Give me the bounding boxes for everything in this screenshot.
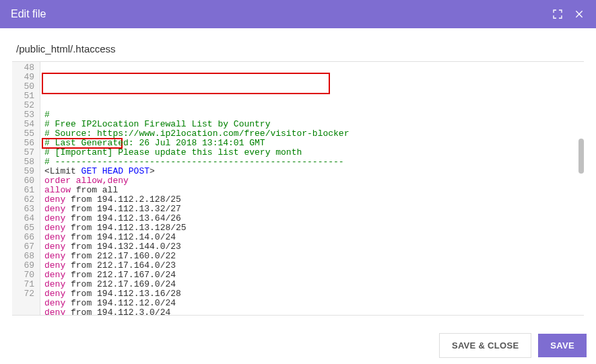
line-number: 48 <box>12 63 34 73</box>
code-line[interactable]: <Limit GET HEAD POST> <box>44 167 580 176</box>
code-line[interactable]: deny from 194.112.14.0/24 <box>44 233 580 242</box>
expand-icon[interactable] <box>552 8 564 20</box>
code-line[interactable]: # Free IP2Location Firewall List by Coun… <box>44 120 580 129</box>
modal-header: Edit file <box>0 0 596 28</box>
line-number: 59 <box>12 167 34 176</box>
code-line[interactable]: deny from 194.112.13.128/25 <box>44 223 580 233</box>
code-line[interactable] <box>44 101 580 110</box>
code-line[interactable]: # --------------------------------------… <box>44 157 580 167</box>
code-line[interactable]: deny from 194.112.13.16/28 <box>44 289 580 299</box>
code-line[interactable]: deny from 194.132.144.0/23 <box>44 242 580 252</box>
line-number: 71 <box>12 280 34 289</box>
code-line[interactable]: # Source: https://www.ip2location.com/fr… <box>44 129 580 139</box>
code-line[interactable]: # <box>44 110 580 120</box>
line-number: 69 <box>12 261 34 270</box>
line-number: 50 <box>12 82 34 92</box>
line-number: 67 <box>12 242 34 252</box>
code-line[interactable]: deny from 212.17.169.0/24 <box>44 280 580 289</box>
code-line[interactable]: deny from 212.17.167.0/24 <box>44 270 580 280</box>
line-gutter: 4849505152535455565758596061626364656667… <box>12 62 40 315</box>
close-icon[interactable] <box>573 8 585 20</box>
code-line[interactable]: # Last Generated: 26 Jul 2018 13:14:01 G… <box>44 139 580 148</box>
code-line[interactable]: deny from 194.112.13.64/26 <box>44 214 580 223</box>
line-number: 55 <box>12 129 34 139</box>
modal-footer: SAVE & CLOSE SAVE <box>0 326 596 364</box>
code-line[interactable]: deny from 212.17.160.0/22 <box>44 252 580 261</box>
line-number: 70 <box>12 270 34 280</box>
highlight-box-comments <box>42 73 330 94</box>
code-line[interactable]: deny from 194.112.3.0/24 <box>44 308 580 315</box>
line-number: 51 <box>12 92 34 101</box>
code-line[interactable]: deny from 194.112.2.128/25 <box>44 195 580 205</box>
line-number: 60 <box>12 176 34 186</box>
save-button[interactable]: SAVE <box>538 334 587 357</box>
save-close-button[interactable]: SAVE & CLOSE <box>439 333 531 358</box>
line-number: 63 <box>12 205 34 214</box>
code-line[interactable]: deny from 194.112.13.32/27 <box>44 205 580 214</box>
line-number: 64 <box>12 214 34 223</box>
line-number: 68 <box>12 252 34 261</box>
line-number: 53 <box>12 110 34 120</box>
code-line[interactable]: # [Important] Please update this list ev… <box>44 148 580 157</box>
modal-title: Edit file <box>11 8 46 20</box>
header-icons <box>552 8 585 20</box>
line-number: 56 <box>12 139 34 148</box>
code-line[interactable]: deny from 194.112.12.0/24 <box>44 299 580 308</box>
code-line[interactable]: deny from 212.17.164.0/23 <box>44 261 580 270</box>
line-number: 54 <box>12 120 34 129</box>
line-number: 62 <box>12 195 34 205</box>
line-number: 66 <box>12 233 34 242</box>
scrollbar-thumb[interactable] <box>578 139 584 174</box>
code-line[interactable]: order allow,deny <box>44 176 580 186</box>
line-number: 49 <box>12 73 34 82</box>
line-number: 58 <box>12 157 34 167</box>
code-editor[interactable]: 4849505152535455565758596061626364656667… <box>12 61 584 316</box>
code-content[interactable]: ## Free IP2Location Firewall List by Cou… <box>40 62 584 315</box>
line-number: 65 <box>12 223 34 233</box>
code-line[interactable]: allow from all <box>44 186 580 195</box>
line-number: 52 <box>12 101 34 110</box>
file-path: /public_html/.htaccess <box>0 28 596 61</box>
line-number: 72 <box>12 289 34 299</box>
line-number: 57 <box>12 148 34 157</box>
line-number: 61 <box>12 186 34 195</box>
